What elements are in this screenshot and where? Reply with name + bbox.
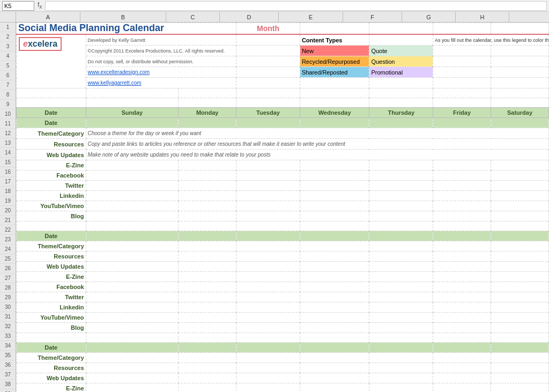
- week2-ez-mon[interactable]: [179, 272, 236, 282]
- row20-e[interactable]: [300, 221, 369, 231]
- week3-res-tue[interactable]: [236, 363, 300, 373]
- row31-h[interactable]: [491, 333, 549, 343]
- week1-yt-tue[interactable]: [236, 201, 300, 211]
- week2-res-wed[interactable]: [300, 252, 369, 262]
- week3-ez-sat[interactable]: [491, 383, 549, 393]
- grid[interactable]: Social Media Planning Calendar Month exc…: [16, 23, 549, 392]
- row7-g[interactable]: [433, 88, 491, 98]
- row20-d[interactable]: [236, 221, 300, 231]
- week2-yt-mon[interactable]: [179, 313, 236, 323]
- week3-res-mon[interactable]: [179, 363, 236, 373]
- week3-theme-mon[interactable]: [179, 353, 236, 363]
- week1-ezine-sat[interactable]: [491, 160, 549, 171]
- row31-e[interactable]: [300, 333, 369, 343]
- week1-tw-sun[interactable]: [86, 181, 179, 191]
- row8-d[interactable]: [236, 98, 300, 108]
- row31-f[interactable]: [369, 333, 433, 343]
- week2-date-tue[interactable]: [236, 231, 300, 241]
- row4-g[interactable]: [433, 56, 491, 67]
- row6-f[interactable]: [369, 78, 433, 88]
- week3-date-fri[interactable]: [433, 343, 491, 353]
- week3-res-sun[interactable]: [86, 363, 179, 373]
- col-header-a[interactable]: A: [16, 12, 80, 23]
- week3-wu-wed[interactable]: [300, 373, 369, 383]
- week3-ez-tue[interactable]: [236, 383, 300, 393]
- week1-date-tue[interactable]: [236, 118, 300, 128]
- row7-d[interactable]: [236, 88, 300, 98]
- col-header-e[interactable]: E: [279, 12, 343, 23]
- week1-blog-mon[interactable]: [179, 211, 236, 221]
- week3-date-thu[interactable]: [369, 343, 433, 353]
- week3-wu-thu[interactable]: [369, 373, 433, 383]
- week2-ez-tue[interactable]: [236, 272, 300, 282]
- week3-res-thu[interactable]: [369, 363, 433, 373]
- week1-blog-fri[interactable]: [433, 211, 491, 221]
- week2-li-fri[interactable]: [433, 302, 491, 313]
- week3-res-sat[interactable]: [491, 363, 549, 373]
- week2-blog-mon[interactable]: [179, 323, 236, 333]
- week1-tw-tue[interactable]: [236, 181, 300, 191]
- row7-e[interactable]: [300, 88, 369, 98]
- week2-theme-fri[interactable]: [433, 241, 491, 252]
- week1-tw-sat[interactable]: [491, 181, 549, 191]
- week1-li-wed[interactable]: [300, 191, 369, 201]
- week1-fb-sun[interactable]: [86, 171, 179, 181]
- week1-li-fri[interactable]: [433, 191, 491, 201]
- row7-a[interactable]: [17, 88, 86, 98]
- col-header-f[interactable]: F: [343, 12, 402, 23]
- week2-theme-sat[interactable]: [491, 241, 549, 252]
- week1-date-wed[interactable]: [300, 118, 369, 128]
- row8-b[interactable]: [86, 98, 179, 108]
- week1-ezine-fri[interactable]: [433, 160, 491, 171]
- week1-li-thu[interactable]: [369, 191, 433, 201]
- week1-fb-thu[interactable]: [369, 171, 433, 181]
- link1-cell[interactable]: www.excelteradesign.com: [86, 67, 236, 78]
- week1-resources-hint[interactable]: Copy and paste links to articles you ref…: [86, 139, 548, 150]
- week2-fb-tue[interactable]: [236, 282, 300, 292]
- row5-g[interactable]: [433, 67, 491, 78]
- row3-h[interactable]: [491, 46, 549, 56]
- link2[interactable]: www.kellyagarrett.com: [88, 80, 142, 86]
- title-cell[interactable]: Social Media Planning Calendar: [17, 23, 236, 35]
- week3-date-mon[interactable]: [179, 343, 236, 353]
- week1-theme-hint[interactable]: Choose a theme for the day or week if yo…: [86, 128, 548, 139]
- week3-theme-tue[interactable]: [236, 353, 300, 363]
- row5-d[interactable]: [236, 67, 300, 78]
- week2-theme-tue[interactable]: [236, 241, 300, 252]
- row1-f[interactable]: [369, 23, 433, 35]
- week1-tw-wed[interactable]: [300, 181, 369, 191]
- week2-res-sun[interactable]: [86, 252, 179, 262]
- week3-date-sun[interactable]: [86, 343, 179, 353]
- formula-bar[interactable]: [45, 1, 547, 11]
- week2-blog-thu[interactable]: [369, 323, 433, 333]
- week2-li-wed[interactable]: [300, 302, 369, 313]
- week1-fb-tue[interactable]: [236, 171, 300, 181]
- week2-yt-sun[interactable]: [86, 313, 179, 323]
- row1-h[interactable]: [491, 23, 549, 35]
- week2-date-sun[interactable]: [86, 231, 179, 241]
- week1-ezine-sun[interactable]: [86, 160, 179, 171]
- week2-blog-sun[interactable]: [86, 323, 179, 333]
- week1-date-sun[interactable]: [86, 118, 179, 128]
- week2-res-fri[interactable]: [433, 252, 491, 262]
- week2-theme-wed[interactable]: [300, 241, 369, 252]
- month-cell[interactable]: Month: [236, 23, 300, 35]
- week1-ezine-wed[interactable]: [300, 160, 369, 171]
- row31-b[interactable]: [86, 333, 179, 343]
- week2-wu-mon[interactable]: [179, 262, 236, 272]
- week1-fb-wed[interactable]: [300, 171, 369, 181]
- row8-c[interactable]: [179, 98, 236, 108]
- week2-li-mon[interactable]: [179, 302, 236, 313]
- week2-theme-mon[interactable]: [179, 241, 236, 252]
- row6-g[interactable]: [433, 78, 491, 88]
- week3-wu-sat[interactable]: [491, 373, 549, 383]
- week1-fb-sat[interactable]: [491, 171, 549, 181]
- row8-g[interactable]: [433, 98, 491, 108]
- row4-d[interactable]: [236, 56, 300, 67]
- week2-tw-sun[interactable]: [86, 292, 179, 302]
- week2-wu-sun[interactable]: [86, 262, 179, 272]
- week3-ez-fri[interactable]: [433, 383, 491, 393]
- week2-fb-thu[interactable]: [369, 282, 433, 292]
- week1-date-sat[interactable]: [491, 118, 549, 128]
- week1-ezine-thu[interactable]: [369, 160, 433, 171]
